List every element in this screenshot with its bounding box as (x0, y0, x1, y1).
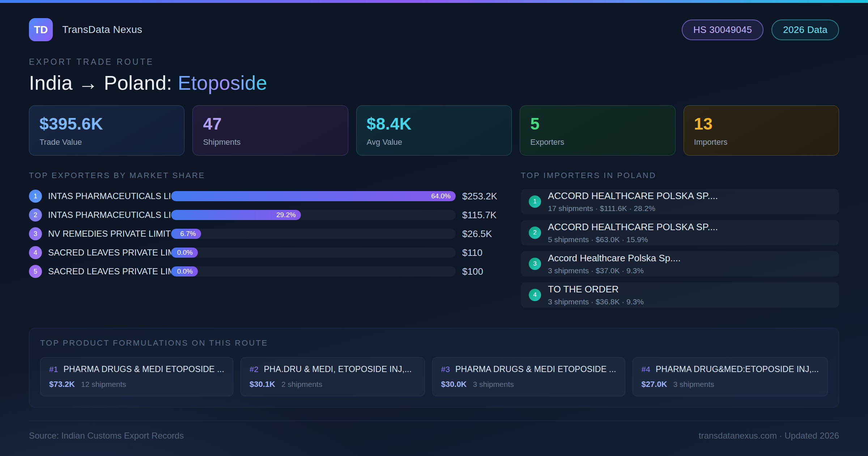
importer-item: 4 TO THE ORDER 3 shipments · $36.8K · 9.… (521, 282, 839, 308)
rank-badge: 2 (29, 208, 42, 221)
exporter-name: INTAS PHARMACEUTICALS LIMI... (48, 210, 171, 220)
formulations-panel: TOP PRODUCT FORMULATIONS ON THIS ROUTE #… (29, 328, 839, 408)
exporter-row: 5 SACRED LEAVES PRIVATE LIMI... 0.0% $10… (29, 264, 503, 279)
formulation-name: PHARMA DRUGS & MEDI ETOPOSIDE ... (455, 364, 616, 374)
rank-badge: 2 (529, 227, 541, 239)
stat-card-avg-value: $8.4K Avg Value (356, 105, 512, 156)
route-text: India → Poland: (29, 72, 178, 94)
brand-logo: TD (29, 18, 53, 41)
data-year-badge: 2026 Data (771, 20, 839, 40)
footer: Source: Indian Customs Export Records tr… (29, 421, 839, 441)
rank-badge: 1 (29, 190, 42, 203)
importer-meta: 17 shipments · $111.6K · 28.2% (548, 204, 718, 213)
market-share-percent: 29.2% (276, 211, 296, 219)
exporters-section: TOP EXPORTERS BY MARKET SHARE 1 INTAS PH… (29, 171, 503, 283)
formulation-name: PHARMA DRUG&MED:ETOPOSIDE INJ,... (656, 364, 819, 374)
stat-card-shipments: 47 Shipments (192, 105, 348, 156)
market-share-bar: 6.7% (171, 229, 201, 239)
formulation-card: #1 PHARMA DRUGS & MEDI ETOPOSIDE ... $73… (40, 357, 233, 396)
formulation-rank: #3 (441, 365, 450, 374)
market-share-percent: 0.0% (177, 249, 193, 257)
exporter-name: NV REMEDIES PRIVATE LIMITED (48, 229, 171, 239)
stat-cards: $395.6K Trade Value 47 Shipments $8.4K A… (29, 105, 839, 156)
exporter-value: $110 (462, 247, 503, 258)
formulation-name: PHARMA DRUGS & MEDI ETOPOSIDE ... (63, 364, 224, 374)
importer-body: ACCORD HEALTHCARE POLSKA SP.... 17 shipm… (548, 190, 718, 213)
importer-body: ACCORD HEALTHCARE POLSKA SP.... 5 shipme… (548, 221, 718, 244)
rank-badge: 5 (29, 265, 42, 278)
formulation-value: $30.1K (250, 380, 275, 389)
rank-badge: 4 (529, 289, 541, 301)
market-share-track: 6.7% (171, 229, 456, 239)
stat-label: Trade Value (39, 138, 174, 147)
top-accent-bar (0, 0, 868, 3)
formulation-value: $30.0K (441, 380, 467, 389)
market-share-percent: 0.0% (177, 267, 193, 275)
page-title: India → Poland: Etoposide (29, 71, 839, 94)
stat-value: 13 (694, 114, 829, 134)
stat-label: Importers (694, 138, 829, 147)
importer-item: 2 ACCORD HEALTHCARE POLSKA SP.... 5 ship… (521, 220, 839, 245)
importer-meta: 3 shipments · $37.0K · 9.3% (548, 266, 681, 275)
formulation-value: $73.2K (49, 380, 75, 389)
market-share-bar: 0.0% (171, 248, 198, 258)
market-share-percent: 6.7% (180, 230, 196, 238)
rank-badge: 3 (529, 258, 541, 270)
formulation-cards: #1 PHARMA DRUGS & MEDI ETOPOSIDE ... $73… (40, 357, 828, 396)
formulation-stats-row: $27.0K 3 shipments (642, 380, 819, 389)
formulation-card: #3 PHARMA DRUGS & MEDI ETOPOSIDE ... $30… (432, 357, 625, 396)
formulation-card: #4 PHARMA DRUG&MED:ETOPOSIDE INJ,... $27… (633, 357, 828, 396)
exporter-value: $26.5K (462, 228, 503, 240)
header-badges: HS 30049045 2026 Data (682, 20, 839, 40)
exporter-row: 4 SACRED LEAVES PRIVATE LIMI... 0.0% $11… (29, 245, 503, 260)
rank-badge: 3 (29, 227, 42, 240)
stat-value: 5 (530, 114, 665, 134)
exporter-value: $115.7K (462, 210, 503, 221)
market-share-track: 29.2% (171, 210, 456, 220)
brand-logo-text: TD (34, 24, 48, 36)
formulation-title-row: #4 PHARMA DRUG&MED:ETOPOSIDE INJ,... (642, 364, 819, 374)
exporter-row: 2 INTAS PHARMACEUTICALS LIMI... 29.2% $1… (29, 208, 503, 222)
stat-label: Exporters (530, 138, 665, 147)
market-share-bar: 64.0% (171, 191, 456, 201)
formulation-shipments: 12 shipments (81, 380, 126, 389)
importers-heading: TOP IMPORTERS IN POLAND (521, 171, 839, 180)
exporter-name: SACRED LEAVES PRIVATE LIMI... (48, 266, 171, 276)
exporter-row: 1 INTAS PHARMACEUTICALS LIMI... 64.0% $2… (29, 189, 503, 203)
rank-badge: 1 (529, 195, 541, 208)
exporter-row: 3 NV REMEDIES PRIVATE LIMITED 6.7% $26.5… (29, 227, 503, 241)
formulation-stats-row: $73.2K 12 shipments (49, 380, 224, 389)
product-name: Etoposide (178, 72, 267, 94)
rank-badge: 4 (29, 246, 42, 259)
exporter-value: $253.2K (462, 191, 503, 202)
market-share-percent: 64.0% (431, 192, 451, 200)
stat-value: 47 (203, 114, 337, 134)
exporters-bar-chart: 1 INTAS PHARMACEUTICALS LIMI... 64.0% $2… (29, 189, 503, 279)
exporters-heading: TOP EXPORTERS BY MARKET SHARE (29, 171, 503, 180)
formulation-title-row: #3 PHARMA DRUGS & MEDI ETOPOSIDE ... (441, 364, 616, 374)
header: TD TransData Nexus HS 30049045 2026 Data (29, 18, 839, 41)
stat-card-importers: 13 Importers (684, 105, 839, 156)
importer-name: Accord Healthcare Polska Sp.... (548, 253, 681, 264)
stat-value: $395.6K (39, 114, 174, 134)
formulation-title-row: #1 PHARMA DRUGS & MEDI ETOPOSIDE ... (49, 364, 224, 374)
formulation-value: $27.0K (642, 380, 667, 389)
formulation-stats-row: $30.1K 2 shipments (250, 380, 416, 389)
exporter-name: INTAS PHARMACEUTICALS LIMI... (48, 191, 171, 201)
stat-value: $8.4K (367, 114, 501, 134)
market-share-bar: 0.0% (171, 266, 198, 276)
importer-name: ACCORD HEALTHCARE POLSKA SP.... (548, 221, 718, 233)
market-share-track: 64.0% (171, 191, 456, 201)
source-note: Source: Indian Customs Export Records (29, 431, 184, 441)
market-share-track: 0.0% (171, 248, 456, 258)
stat-card-trade-value: $395.6K Trade Value (29, 105, 184, 156)
formulation-rank: #1 (49, 365, 58, 374)
site-credit: transdatanexus.com · Updated 2026 (699, 431, 839, 441)
stat-label: Avg Value (367, 138, 501, 147)
formulation-title-row: #2 PHA.DRU & MEDI, ETOPOSIDE INJ,... (250, 364, 416, 374)
header-brand-group: TD TransData Nexus (29, 18, 142, 41)
importer-body: Accord Healthcare Polska Sp.... 3 shipme… (548, 253, 681, 275)
columns: TOP EXPORTERS BY MARKET SHARE 1 INTAS PH… (29, 171, 839, 313)
importers-section: TOP IMPORTERS IN POLAND 1 ACCORD HEALTHC… (521, 171, 839, 313)
formulation-stats-row: $30.0K 3 shipments (441, 380, 616, 389)
